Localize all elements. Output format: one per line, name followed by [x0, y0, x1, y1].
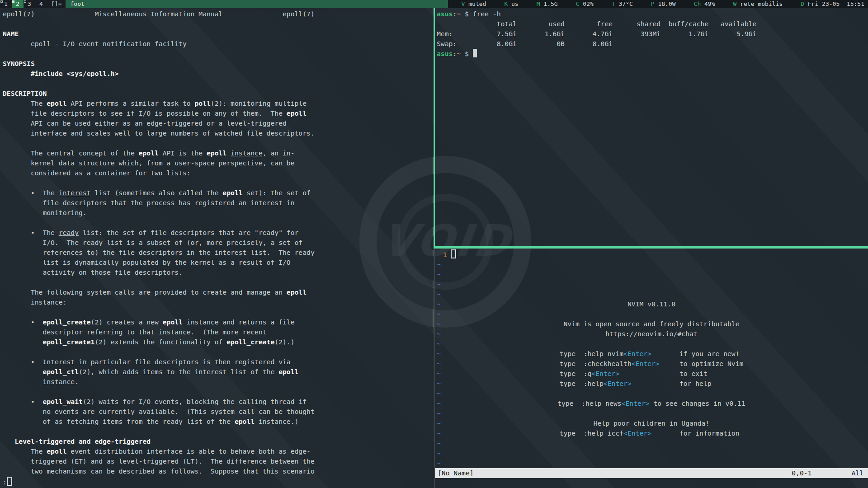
man-line: • epoll_wait(2) waits for I/O events, bl…: [3, 397, 433, 407]
statusline-filename: [No Name]: [438, 468, 474, 478]
nvim-tilde: ~: [437, 408, 441, 418]
man-line: [3, 218, 433, 228]
man-line: file descriptors to see if I/O is possib…: [3, 108, 433, 118]
nvim-empty-row: ~: [435, 448, 868, 458]
nvim-cursor: [451, 249, 456, 258]
man-line: epoll_create1(2) extends the functionali…: [3, 337, 433, 347]
man-line: descriptor referring to that instance. (…: [3, 327, 433, 337]
terminal-cursor: [473, 49, 477, 57]
nvim-tilde: ~: [437, 418, 441, 428]
man-line: file descriptors that the process has re…: [3, 198, 433, 208]
man-line: • Interest in particular file descriptor…: [3, 357, 433, 367]
neovim-cmdline: [435, 478, 868, 488]
nvim-intro-line: type :help news<Enter> to see changes in…: [435, 399, 868, 408]
nvim-empty-row: ~https://neovim.io/#chat: [435, 329, 868, 339]
status-module-t: T 37°C: [612, 0, 633, 8]
nvim-empty-row: ~: [435, 289, 868, 299]
man-line: SYNOPSIS: [3, 59, 433, 69]
nvim-empty-row: ~: [435, 458, 868, 468]
workspace-tag-2[interactable]: 2: [12, 0, 24, 8]
neovim-window[interactable]: 1 ~~~~~NVIM v0.11.0~~Nvim is open source…: [435, 249, 868, 488]
man-line: epoll_ctl(2), which adds items to the in…: [3, 367, 433, 377]
nvim-tilde: ~: [437, 299, 441, 309]
terminal-prompt-line: asus:~ $ free -h: [437, 9, 868, 19]
tag-indicator-square: [24, 0, 26, 3]
nvim-empty-row: ~: [435, 259, 868, 269]
man-line: no events are currently available. (This…: [3, 407, 433, 417]
focused-window-border-bottom: [434, 246, 868, 249]
nvim-intro-line: type :checkhealth<Enter> to optimize Nvi…: [435, 359, 868, 369]
nvim-empty-row: ~: [435, 269, 868, 279]
nvim-tilde: ~: [437, 309, 441, 319]
unfocused-window-border: [434, 249, 435, 488]
man-line: [3, 307, 433, 317]
man-line: list is dynamically populated by the ker…: [3, 258, 433, 267]
terminal-output-line: total used free shared buff/cache availa…: [437, 19, 868, 29]
statusline-ruler: 0,0-1: [792, 468, 811, 478]
shell-terminal[interactable]: asus:~ $ free -h total used free shared …: [435, 8, 868, 246]
nvim-empty-row: ~: [435, 279, 868, 289]
nvim-empty-row: ~: [435, 438, 868, 448]
nvim-intro-line: Nvim is open source and freely distribut…: [435, 319, 868, 329]
man-line: I/O. The ready list is a subset of (or, …: [3, 238, 433, 248]
window-title: foot: [66, 0, 448, 8]
nvim-line-1: 1: [435, 249, 868, 259]
nvim-tilde: ~: [437, 359, 441, 369]
nvim-intro-line: type :help nvim<Enter> if you are new!: [435, 349, 868, 359]
nvim-tilde: ~: [437, 329, 441, 339]
man-line: activity on those file descriptors.: [3, 267, 433, 277]
man-line: The epoll event distribution interface i…: [3, 446, 433, 456]
nvim-empty-row: ~type :checkhealth<Enter> to optimize Nv…: [435, 359, 868, 369]
nvim-empty-row: ~: [435, 389, 868, 399]
tag-indicator-square: [0, 0, 3, 3]
nvim-empty-row: ~: [435, 408, 868, 418]
nvim-tilde: ~: [437, 279, 441, 289]
man-line: epoll - I/O event notification facility: [3, 39, 433, 49]
man-page-terminal[interactable]: epoll(7) Miscellaneous Information Manua…: [0, 8, 433, 488]
status-module-d: D Fri 23-05 15:51: [801, 0, 864, 8]
man-line: [3, 387, 433, 397]
man-line: The central concept of the epoll API is …: [3, 148, 433, 158]
nvim-empty-row: ~type :help iccf<Enter> for information: [435, 428, 868, 438]
layout-symbol[interactable]: []=: [47, 0, 66, 8]
man-line: [3, 138, 433, 148]
nvim-empty-row: ~NVIM v0.11.0: [435, 299, 868, 309]
nvim-tilde: ~: [437, 438, 441, 448]
nvim-tilde: ~: [437, 448, 441, 458]
pager-cursor: [7, 477, 12, 486]
man-line: triggered (ET) and as level-triggered (L…: [3, 456, 433, 466]
nvim-tilde: ~: [437, 269, 441, 279]
man-line: [3, 277, 433, 287]
man-line: instance:: [3, 297, 433, 307]
man-line: interface and scales well to large numbe…: [3, 128, 433, 138]
workspace-tag-3[interactable]: 3: [24, 0, 35, 8]
man-line: monitoring.: [3, 208, 433, 218]
nvim-tilde: ~: [437, 369, 441, 379]
nvim-intro-line: type :help<Enter> for help: [435, 379, 868, 389]
shell-terminal-content: asus:~ $ free -h total used free shared …: [437, 9, 868, 59]
neovim-buffer: 1 ~~~~~NVIM v0.11.0~~Nvim is open source…: [435, 249, 868, 468]
workspace-tag-1[interactable]: 1: [0, 0, 12, 8]
focused-window-border-left: [434, 8, 435, 246]
nvim-intro-line: type :help iccf<Enter> for information: [435, 428, 868, 438]
nvim-empty-row: ~Nvim is open source and freely distribu…: [435, 319, 868, 329]
workspace-tag-4[interactable]: 4: [35, 0, 47, 8]
nvim-empty-row: ~type :q<Enter> to exit: [435, 369, 868, 379]
pager-prompt: :: [3, 478, 7, 486]
nvim-tilde: ~: [437, 339, 441, 349]
man-line: kernel data structure which, from a user…: [3, 158, 433, 168]
nvim-empty-row: ~type :help news<Enter> to see changes i…: [435, 399, 868, 408]
status-module-m: M 1.5G: [537, 0, 558, 8]
man-line: [3, 79, 433, 89]
status-module-c: C 02%: [576, 0, 594, 8]
nvim-tilde: ~: [437, 379, 441, 389]
man-line: • epoll_create(2) creates a new epoll in…: [3, 317, 433, 327]
man-line: Level-triggered and edge-triggered: [3, 436, 433, 446]
man-line: considered as a container for two lists:: [3, 168, 433, 178]
terminal-output-line: Swap: 8.0Gi 0B 8.0Gi: [437, 39, 868, 49]
man-line: API can be used either as an edge-trigge…: [3, 118, 433, 128]
nvim-tilde: ~: [437, 389, 441, 399]
nvim-intro-line: type :q<Enter> to exit: [435, 369, 868, 379]
nvim-tilde: ~: [437, 319, 441, 329]
status-bar: 1234 []= foot V mutedK usM 1.5GC 02%T 37…: [0, 0, 868, 8]
